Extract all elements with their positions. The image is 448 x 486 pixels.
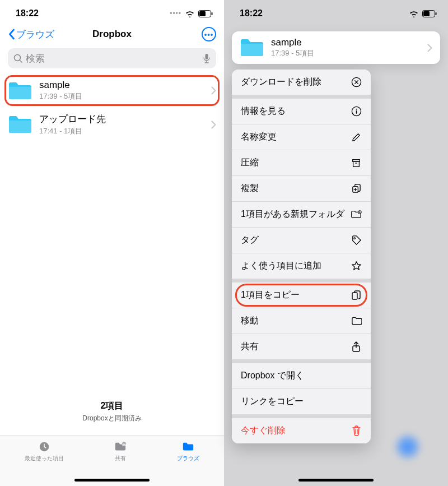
mic-icon — [203, 53, 211, 63]
item-count: 2項目 — [0, 400, 224, 412]
new-folder-icon — [351, 209, 362, 220]
folder-name: sample — [39, 80, 204, 91]
search-input[interactable]: 検索 — [8, 48, 216, 68]
chevron-right-icon — [427, 44, 432, 52]
blurred-tab-icon — [395, 434, 420, 459]
menu-label: 情報を見る — [241, 105, 286, 117]
svg-rect-15 — [356, 110, 357, 114]
shared-folder-icon — [113, 441, 128, 453]
menu-share[interactable]: 共有 — [232, 334, 371, 359]
cellular-dots-icon: •••• — [170, 10, 181, 17]
svg-rect-2 — [212, 12, 213, 15]
menu-label: タグ — [241, 234, 259, 246]
status-bar: 18:22 •••• — [0, 0, 224, 24]
chevron-left-icon — [8, 29, 15, 40]
status-icons — [409, 10, 437, 17]
tab-recent[interactable]: 最近使った項目 — [25, 441, 64, 486]
menu-compress[interactable]: 圧縮 — [232, 150, 371, 176]
menu-label: 共有 — [241, 341, 259, 353]
menu-label: 複製 — [241, 183, 259, 195]
folder-meta: 17:39 - 5項目 — [39, 91, 204, 101]
menu-info[interactable]: 情報を見る — [232, 99, 371, 124]
page-title: Dropbox — [92, 29, 132, 40]
menu-move[interactable]: 移動 — [232, 308, 371, 334]
folder-name: sample — [271, 37, 421, 48]
browse-screen: 18:22 •••• ブラウズ Dropbox ••• 検索 sample 17… — [0, 0, 224, 486]
duplicate-icon — [351, 183, 362, 195]
preview-card[interactable]: sample 17:39 - 5項目 — [232, 31, 440, 64]
tab-label: ブラウズ — [177, 455, 199, 462]
tab-label: 最近使った項目 — [25, 455, 64, 462]
pencil-icon — [351, 132, 362, 143]
menu-label: 移動 — [241, 315, 259, 327]
ellipsis-icon: ••• — [204, 30, 214, 39]
nav-bar: ブラウズ Dropbox ••• — [0, 24, 224, 46]
menu-duplicate[interactable]: 複製 — [232, 176, 371, 202]
back-label: ブラウズ — [16, 28, 54, 41]
footer-info: 2項目 Dropboxと同期済み — [0, 400, 224, 423]
status-icons: •••• — [170, 10, 213, 17]
row-text: sample 17:39 - 5項目 — [271, 37, 421, 58]
context-menu-screen: 18:22 sample 17:39 - 5項目 ダウンロードを削除 情報を見る — [224, 0, 448, 486]
menu-label: 1項目をコピー — [241, 289, 300, 301]
folder-row-upload[interactable]: アップロード先 17:41 - 1項目 — [0, 107, 224, 142]
menu-remove-download[interactable]: ダウンロードを削除 — [232, 70, 371, 95]
svg-rect-11 — [436, 12, 437, 15]
tag-icon — [351, 235, 362, 246]
status-time: 18:22 — [240, 8, 263, 18]
tab-label: 共有 — [115, 455, 126, 462]
share-icon — [351, 341, 362, 353]
wifi-icon — [409, 10, 419, 17]
sync-status: Dropboxと同期済み — [0, 414, 224, 423]
menu-label: 今すぐ削除 — [241, 425, 286, 437]
svg-rect-10 — [423, 11, 430, 16]
search-placeholder: 検索 — [26, 52, 199, 65]
row-text: アップロード先 17:41 - 1項目 — [39, 113, 204, 136]
back-button[interactable]: ブラウズ — [8, 28, 54, 41]
folder-icon — [8, 114, 32, 135]
folder-icon — [351, 316, 362, 327]
svg-point-8 — [123, 442, 124, 443]
battery-icon — [198, 10, 213, 17]
status-time: 18:22 — [16, 8, 39, 18]
row-text: sample 17:39 - 5項目 — [39, 80, 204, 101]
home-indicator[interactable] — [298, 479, 374, 482]
svg-rect-17 — [353, 161, 360, 166]
folder-icon — [181, 441, 195, 453]
menu-favorite[interactable]: よく使う項目に追加 — [232, 253, 371, 279]
remove-icon — [351, 77, 362, 88]
more-button[interactable]: ••• — [202, 27, 216, 41]
svg-point-21 — [353, 238, 354, 239]
menu-copy-link[interactable]: リンクをコピー — [232, 389, 371, 414]
menu-rename[interactable]: 名称変更 — [232, 124, 371, 150]
menu-tags[interactable]: タグ — [232, 228, 371, 253]
tab-browse[interactable]: ブラウズ — [177, 441, 199, 486]
svg-line-4 — [20, 60, 22, 62]
status-bar: 18:22 — [224, 0, 448, 24]
menu-delete-now[interactable]: 今すぐ削除 — [232, 418, 371, 443]
folder-row-sample[interactable]: sample 17:39 - 5項目 — [0, 74, 224, 107]
svg-point-14 — [356, 109, 357, 110]
menu-label: 1項目がある新規フォルダ — [241, 209, 344, 220]
menu-label: Dropbox で開く — [241, 370, 304, 382]
menu-open-dropbox[interactable]: Dropbox で開く — [232, 363, 371, 389]
folder-icon — [240, 38, 264, 58]
home-indicator[interactable] — [74, 479, 150, 482]
search-icon — [13, 54, 22, 63]
menu-copy[interactable]: 1項目をコピー — [232, 283, 371, 308]
copy-icon — [351, 290, 362, 301]
battery-icon — [422, 10, 437, 17]
menu-new-folder[interactable]: 1項目がある新規フォルダ — [232, 202, 371, 228]
folder-meta: 17:41 - 1項目 — [39, 126, 204, 136]
svg-rect-22 — [352, 293, 357, 299]
archive-icon — [351, 158, 362, 169]
svg-rect-1 — [199, 11, 206, 16]
star-icon — [351, 261, 362, 272]
folder-icon — [8, 81, 32, 101]
svg-rect-5 — [206, 54, 208, 59]
folder-name: アップロード先 — [39, 113, 204, 126]
menu-label: よく使う項目に追加 — [241, 260, 321, 272]
context-menu: ダウンロードを削除 情報を見る 名称変更 圧縮 複製 1項目 — [232, 70, 371, 443]
info-icon — [351, 106, 362, 117]
menu-label: 圧縮 — [241, 157, 259, 169]
